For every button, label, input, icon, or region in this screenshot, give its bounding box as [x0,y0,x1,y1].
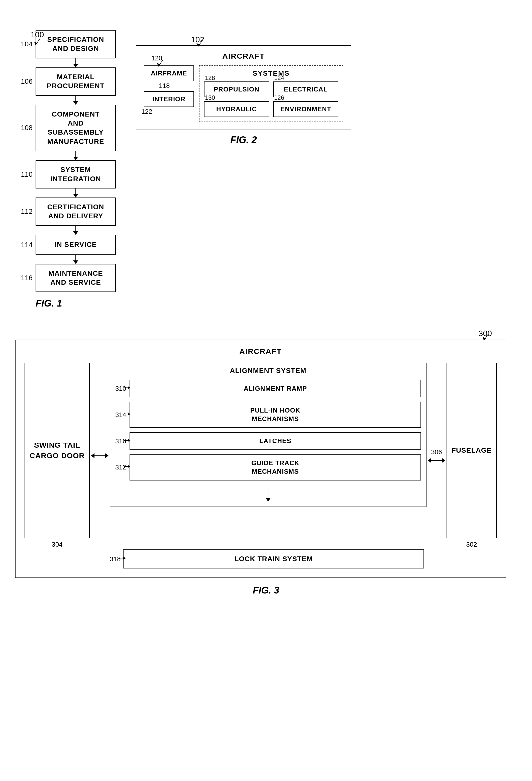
fig1-item-system-int: 110 SYSTEMINTEGRATION [15,160,116,189]
arrow-120-icon [156,60,169,73]
latches-box: LATCHES [129,433,421,450]
double-arrow-icon [91,453,109,458]
ref-306: 306 [431,448,442,456]
fuselage-box: FUSELAGE [447,363,497,538]
connector-4 [36,189,116,198]
ref-106: 106 [15,77,33,85]
fig1-item-inservice: 114 IN SERVICE [15,235,116,255]
interior-box: INTERIOR [144,91,194,107]
ref-126: 126 [274,94,284,101]
alignment-item-latches: 316 LATCHES [115,433,421,450]
alignment-item-ramp: 310 ALIGNMENT RAMP [115,380,421,397]
alignment-item-pullin: 314 PULL-IN HOOKMECHANISMS [115,402,421,428]
ref-110: 110 [15,170,33,178]
alignment-item-guide: 312 GUIDE TRACKMECHANISMS [115,454,421,481]
fig1-diagram: 104 SPECIFICATIONAND DESIGN 106 MATERIAL… [15,30,116,309]
fig1-caption: FIG. 1 [36,298,62,309]
svg-marker-13 [128,439,130,442]
down-arrow-container [115,489,421,501]
ref-128: 128 [205,75,215,81]
fuselage-text: FUSELAGE [452,446,492,454]
arrow-312-icon [124,464,134,469]
airframe-box: AIRFRAME [144,66,194,81]
in-service-box: IN SERVICE [36,235,116,255]
aircraft-inner-row: 120 AIRFRAME 118 122 INT [144,66,343,122]
connector-6 [36,255,116,264]
arrow-316-icon [124,438,134,443]
fig3-aircraft-title: AIRCRAFT [25,347,497,356]
swing-tail-text: SWING TAILCARGO DOOR [30,440,85,461]
spec-and-design-box: SPECIFICATIONAND DESIGN [36,30,116,58]
ref-104: 104 [15,40,33,48]
connector-1 [36,58,116,68]
lock-train-box: LOCK TRAIN SYSTEM [123,549,424,569]
connector-5 [36,226,116,235]
ref-108: 108 [15,124,33,132]
ref-114: 114 [15,241,33,249]
down-arrow-line [268,489,269,498]
svg-marker-15 [128,465,130,468]
svg-marker-11 [128,413,130,416]
fig1-item-component: 108 COMPONENT ANDSUBASSEMBLYMANUFACTURE [15,105,116,151]
swing-tail-box: SWING TAILCARGO DOOR [25,363,90,538]
svg-marker-5 [157,63,160,67]
material-procurement-box: MATERIALPROCUREMENT [36,68,116,96]
pullin-hook-box: PULL-IN HOOKMECHANISMS [129,402,421,428]
maintenance-service-box: MAINTENANCEAND SERVICE [36,264,116,292]
aircraft-outer-box: AIRCRAFT 120 AIRFRAME [136,45,351,130]
fig1-item-material: 106 MATERIALPROCUREMENT [15,68,116,96]
systems-grid: 128 PROPULSION 124 ELECTRICAL 130 HYDRAU… [204,81,338,117]
ref-130: 124 [274,75,284,81]
down-arrow-icon [265,489,271,501]
component-subassembly-box: COMPONENT ANDSUBASSEMBLYMANUFACTURE [36,105,116,151]
system-integration-box: SYSTEMINTEGRATION [36,160,116,189]
down-arrow-head [265,498,271,501]
arrow-line-2 [431,460,442,461]
arrow-line [94,455,105,456]
alignment-system-title: ALIGNMENT SYSTEM [115,367,421,375]
systems-dashed-box: SYSTEMS 128 PROPULSION 124 ELECTRICAL [199,66,343,122]
certification-delivery-box: CERTIFICATIONAND DELIVERY [36,198,116,226]
ref-124: 130 [205,94,215,101]
guide-track-box: GUIDE TRACKMECHANISMS [129,454,421,481]
arrow-318-icon [119,556,130,561]
environment-box: ENVIRONMENT [273,101,338,117]
systems-title: SYSTEMS [204,70,338,77]
ref-302-label: 302 [466,541,477,548]
alignment-ramp-box: ALIGNMENT RAMP [129,380,421,397]
fig3-section: 300 AIRCRAFT SWING TAILCARGO DOOR 304 [15,329,517,596]
svg-marker-9 [128,386,130,389]
fig2-diagram: 102 AIRCRAFT 120 [136,35,351,146]
fig1-item-cert: 112 CERTIFICATIONAND DELIVERY [15,198,116,226]
fig2-caption: FIG. 2 [136,135,351,146]
hydraulic-box: HYDRAULIC [204,101,269,117]
fig1-item-spec: 104 SPECIFICATIONAND DESIGN [15,30,116,58]
connector-3 [36,151,116,160]
ref-118: 118 [159,82,170,90]
aircraft-title: AIRCRAFT [144,52,343,60]
fig1-item-maintenance: 116 MAINTENANCEAND SERVICE [15,264,116,292]
alignment-system-box: ALIGNMENT SYSTEM 310 ALIGNMENT RAMP [110,363,426,507]
fig3-aircraft-outer-box: AIRCRAFT SWING TAILCARGO DOOR 304 ALIGNM… [15,340,506,578]
ref-116: 116 [15,274,33,282]
ref-112: 112 [15,208,33,215]
fig1-flow: 104 SPECIFICATIONAND DESIGN 106 MATERIAL… [15,30,116,292]
arrow-310-icon [124,385,134,390]
airframe-col: 120 AIRFRAME 118 122 INT [144,66,194,107]
fig3-caption: FIG. 3 [15,585,517,596]
ref-122: 122 [141,108,152,116]
arrow-314-icon [124,412,134,417]
alignment-fuselage-arrow [428,458,445,463]
ref-304-label: 304 [52,541,63,548]
connector-2 [36,96,116,105]
svg-marker-17 [123,557,126,560]
swing-alignment-arrow [90,363,110,548]
